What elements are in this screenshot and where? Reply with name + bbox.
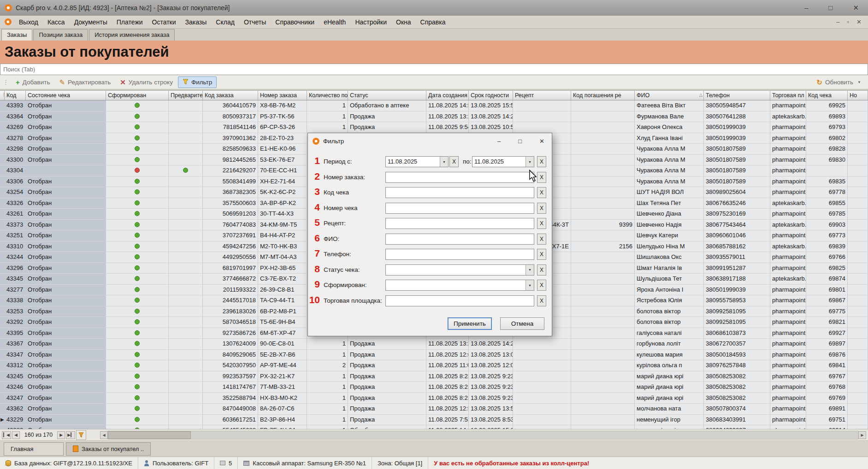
table-cell[interactable]	[106, 252, 169, 263]
period-from-combo[interactable]: 11.08.2025 ▼	[385, 156, 449, 167]
table-cell[interactable]: 69778	[806, 187, 848, 198]
table-cell[interactable]: 69914	[806, 425, 848, 429]
table-cell[interactable]: 43300	[5, 155, 26, 166]
column-header-10[interactable]: Срок годности	[469, 91, 513, 100]
table-cell[interactable]	[26, 165, 106, 176]
table-cell[interactable]	[169, 393, 203, 404]
table-cell[interactable]	[513, 393, 571, 404]
refresh-button[interactable]: ↻ Обновить ▼	[812, 77, 865, 88]
table-cell[interactable]: 43393	[5, 100, 26, 111]
table-cell[interactable]	[106, 285, 169, 296]
table-cell[interactable]: 1307624009	[203, 339, 258, 350]
table-cell[interactable]: 43278	[5, 133, 26, 144]
doc-tab-3[interactable]: История изменения заказа	[89, 29, 175, 41]
table-cell[interactable]: E1-HE-K0-96	[258, 144, 307, 155]
table-cell[interactable]: X8-6B-76-M2	[258, 100, 307, 111]
window-tab-2[interactable]: Заказы от покупател ..	[66, 442, 151, 456]
table-cell[interactable]: 380976257848	[704, 360, 770, 371]
table-cell[interactable]: 7T-MB-33-21	[258, 382, 307, 393]
table-cell[interactable]: 43296	[5, 263, 26, 274]
table-cell[interactable]	[848, 350, 868, 361]
table-cell[interactable]: 13.08.2025 13:09	[469, 350, 513, 361]
table-cell[interactable]	[106, 176, 169, 188]
table-cell[interactable]: 11.08.2025 11:0	[426, 360, 469, 371]
table-cell[interactable]: 13.08.2025 9:23:	[469, 393, 513, 404]
table-cell[interactable]: 13.08.2025 10:54	[469, 122, 513, 133]
table-cell[interactable]: 9273586726	[203, 328, 258, 339]
table-row[interactable]: 43393Отобран3604410579X8-6B-76-M21Обрабо…	[0, 100, 868, 111]
table-cell[interactable]: pharmapoint.	[770, 100, 806, 111]
table-cell[interactable]	[106, 339, 169, 350]
table-cell[interactable]: 380507800374	[704, 404, 770, 415]
table-cell[interactable]: 11.08.2025 13:2	[426, 111, 469, 123]
table-cell[interactable]: 4492950556	[203, 252, 258, 263]
table-cell[interactable]	[169, 187, 203, 198]
table-cell[interactable]: Отобран	[26, 339, 106, 350]
table-cell[interactable]: 69893	[806, 111, 848, 123]
table-cell[interactable]: 43395	[5, 328, 26, 339]
table-cell[interactable]: 69793	[806, 122, 848, 133]
table-row[interactable]: 43247Отобран3522588794HX-B3-M0-K21Продаж…	[0, 393, 868, 404]
edit-button[interactable]: ✎ Редактировать	[55, 77, 115, 88]
table-cell[interactable]: 69897	[806, 339, 848, 350]
table-cell[interactable]: 380991951287	[704, 263, 770, 274]
table-cell[interactable]: 3575500603	[203, 198, 258, 209]
table-cell[interactable]: Отобран	[26, 252, 106, 263]
table-cell[interactable]: Яроха Антоніна І	[635, 285, 704, 296]
table-cell[interactable]	[571, 155, 635, 166]
table-cell[interactable]: 13.08.2025 12:09	[469, 360, 513, 371]
table-cell[interactable]: молчанова ната	[635, 404, 704, 415]
table-cell[interactable]: 69841	[806, 360, 848, 371]
table-cell[interactable]: 43326	[5, 198, 26, 209]
period-to-dropdown-icon[interactable]: ▼	[526, 157, 534, 167]
table-cell[interactable]	[169, 144, 203, 155]
table-cell[interactable]: 2445517018	[203, 295, 258, 306]
table-cell[interactable]: Шевченко Діана	[635, 209, 704, 220]
table-cell[interactable]: 3774666872	[203, 274, 258, 285]
maximize-button[interactable]: □	[828, 4, 833, 12]
table-cell[interactable]: 1	[307, 350, 348, 361]
table-cell[interactable]	[513, 100, 571, 111]
table-cell[interactable]	[848, 317, 868, 328]
table-cell[interactable]	[106, 350, 169, 361]
table-cell[interactable]: XH-E2-71-64	[258, 176, 307, 188]
table-cell[interactable]: 13.08.2025 9:23:	[469, 382, 513, 393]
table-cell[interactable]: pharmapoint.	[770, 176, 806, 188]
table-cell[interactable]: 43304	[5, 165, 26, 176]
table-cell[interactable]: pharmapoint.	[770, 382, 806, 393]
table-cell[interactable]	[513, 415, 571, 426]
table-cell[interactable]: TA-C9-44-T1	[258, 295, 307, 306]
table-cell[interactable]: Фурманова Вале	[635, 111, 704, 123]
column-header-16[interactable]: Код чека	[806, 91, 848, 100]
table-cell[interactable]: 6036617251	[203, 415, 258, 426]
table-row[interactable]: ▶43229Отобран6036617251B2-3P-86-H41Прода…	[0, 415, 868, 426]
table-cell[interactable]: 2	[307, 360, 348, 371]
table-cell[interactable]	[571, 404, 635, 415]
table-cell[interactable]: 380501999039	[704, 285, 770, 296]
table-cell[interactable]	[571, 360, 635, 371]
table-cell[interactable]	[169, 415, 203, 426]
table-cell[interactable]	[848, 165, 868, 176]
dialog-maximize-button[interactable]: □	[518, 138, 522, 145]
table-cell[interactable]: 3687382305	[203, 187, 258, 198]
table-cell[interactable]	[571, 274, 635, 285]
table-cell[interactable]: pharmapoint.	[770, 230, 806, 241]
table-cell[interactable]	[169, 350, 203, 361]
table-cell[interactable]: 69855	[806, 198, 848, 209]
table-cell[interactable]: aptekaskarb.	[770, 198, 806, 209]
column-header-4[interactable]: Предварительный	[169, 91, 203, 100]
table-cell[interactable]: 5549545033	[203, 425, 258, 429]
table-cell[interactable]	[106, 404, 169, 415]
table-cell[interactable]	[169, 176, 203, 188]
table-cell[interactable]	[848, 285, 868, 296]
search-input[interactable]	[0, 64, 868, 75]
table-cell[interactable]: T5-6E-9H-B4	[258, 317, 307, 328]
menu-item-6[interactable]: Заказы	[181, 17, 212, 28]
table-cell[interactable]: Отобран	[26, 371, 106, 382]
table-cell[interactable]: 13.08.2025 15:55	[469, 100, 513, 111]
table-cell[interactable]: Отобран	[26, 176, 106, 188]
table-cell[interactable]: 53-EK-76-E7	[258, 155, 307, 166]
table-cell[interactable]	[106, 317, 169, 328]
table-cell[interactable]: Хавроня Олекса	[635, 122, 704, 133]
table-cell[interactable]: 43292	[5, 317, 26, 328]
